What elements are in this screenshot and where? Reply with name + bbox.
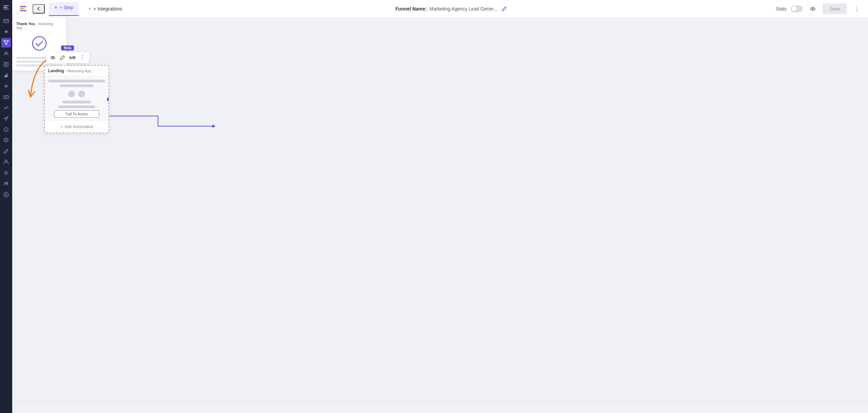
lightning-sidebar-icon[interactable] (1, 27, 11, 37)
landing-subtitle: - Marketing Age... (65, 69, 94, 73)
landing-card-header: Landing - Marketing Age... (45, 66, 108, 76)
analytics-sidebar-icon[interactable] (1, 103, 11, 113)
svg-point-17 (812, 8, 813, 9)
cta-button[interactable]: Call To Action (54, 110, 99, 118)
landing-step-card[interactable]: Landing - Marketing Age... Call To Actio… (44, 65, 109, 133)
funnel-name-value: Marketing Agency Lead Gener... (430, 6, 497, 12)
svg-rect-1 (3, 7, 7, 8)
layers-sidebar-icon[interactable] (1, 136, 11, 145)
sidebar: W (0, 0, 12, 413)
thumbs-sidebar-icon[interactable] (1, 71, 11, 80)
contacts-sidebar-icon[interactable] (1, 49, 11, 58)
preview-bar-1 (48, 80, 105, 82)
more-options-button[interactable]: ⋮ (851, 4, 863, 14)
landing-card-preview: Call To Action (45, 76, 108, 121)
preview-bar-2 (60, 84, 94, 87)
svg-point-11 (6, 182, 8, 183)
preview-circle-2 (78, 91, 85, 97)
woo-sidebar-icon[interactable]: W (1, 81, 11, 91)
preview-bar-4 (58, 105, 95, 108)
svg-rect-14 (20, 8, 24, 9)
preview-button[interactable] (807, 4, 818, 13)
thankyou-header: Thank You - Marketing Age... (16, 22, 62, 30)
preview-bar-3 (62, 101, 91, 103)
preview-step-button[interactable] (49, 54, 57, 62)
stats-label: Stats (776, 6, 787, 12)
edit-step-button[interactable] (58, 54, 66, 62)
preview-circle-1 (68, 91, 75, 97)
settings-sidebar-icon[interactable] (1, 168, 11, 178)
svg-rect-13 (20, 6, 26, 7)
beta-badge: Beta (61, 45, 74, 51)
info-sidebar-icon[interactable] (1, 125, 11, 134)
mail-sidebar-icon[interactable] (1, 16, 11, 26)
main-content: + + Step + + Integrations Funnel Name: M… (12, 0, 868, 413)
funnels-sidebar-icon[interactable] (1, 38, 11, 47)
svg-rect-0 (3, 5, 9, 6)
svg-rect-2 (3, 8, 9, 9)
app-logo[interactable] (1, 3, 11, 12)
ab-test-button[interactable]: A/B (68, 54, 77, 61)
integrations-tab[interactable]: + + Integrations (83, 4, 128, 14)
step-tab[interactable]: + + Step (49, 2, 79, 16)
thankyou-title: Thank You (16, 22, 35, 26)
svg-rect-15 (20, 10, 26, 11)
topbar-right: Stats Save ⋮ (776, 3, 863, 14)
ab-label: A/B (69, 56, 76, 60)
user-sidebar-icon[interactable] (1, 157, 11, 167)
landing-title: Landing (48, 68, 64, 73)
svg-rect-6 (4, 96, 8, 99)
connection-dot[interactable] (106, 97, 109, 102)
back-button[interactable] (33, 4, 45, 14)
topbar-logo (18, 5, 28, 13)
check-icon (31, 35, 47, 52)
svg-point-16 (810, 7, 815, 10)
pages-sidebar-icon[interactable] (1, 60, 11, 69)
more-step-button[interactable]: ⋮ (78, 54, 86, 62)
svg-point-19 (51, 56, 55, 59)
funnel-name-label: Funnel Name: (395, 6, 427, 12)
stats-toggle[interactable] (791, 5, 803, 12)
funnel-canvas[interactable]: Beta A/B ⋮ Landing - Marketing Age... (12, 18, 868, 401)
card-toolbar: Beta A/B ⋮ (46, 52, 89, 63)
svg-point-21 (33, 37, 46, 50)
bottom-bar (12, 401, 868, 413)
funnel-name-area: Funnel Name: Marketing Agency Lead Gener… (132, 5, 772, 13)
pen-sidebar-icon[interactable] (1, 146, 11, 156)
preview-circles (68, 91, 85, 97)
add-automation-button[interactable]: + Add Automation (45, 121, 108, 133)
svg-rect-3 (4, 19, 8, 23)
svg-point-9 (5, 172, 7, 174)
campaigns-sidebar-icon[interactable] (1, 114, 11, 123)
topbar: + + Step + + Integrations Funnel Name: M… (12, 0, 868, 18)
svg-point-20 (52, 57, 54, 58)
svg-marker-18 (212, 124, 216, 128)
edit-funnel-name-button[interactable] (500, 5, 508, 13)
play-sidebar-icon[interactable] (1, 190, 11, 199)
team-sidebar-icon[interactable] (1, 179, 11, 189)
forms-sidebar-icon[interactable] (1, 92, 11, 102)
save-button[interactable]: Save (823, 3, 847, 14)
connector-lines (12, 18, 868, 401)
add-automation-label: Add Automation (64, 124, 93, 129)
